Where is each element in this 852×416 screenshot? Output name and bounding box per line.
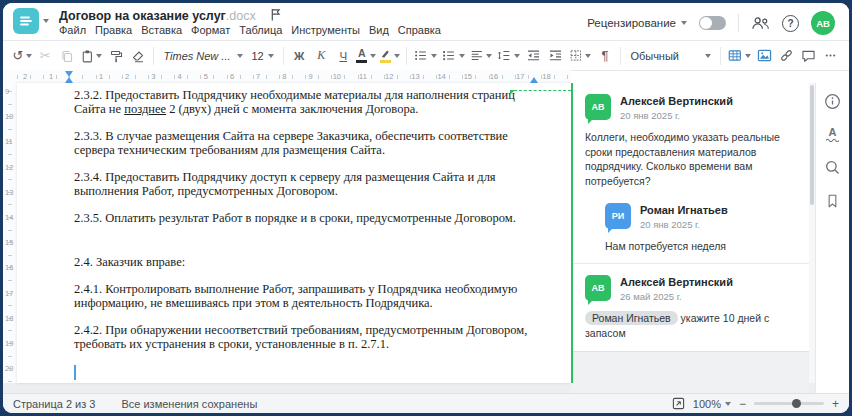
hruler-number: 2 (125, 72, 129, 81)
hruler-number: 17 (516, 72, 524, 81)
flag-icon[interactable] (270, 8, 281, 24)
vruler-number: 20 (5, 364, 13, 373)
hruler-number: 14 (437, 72, 445, 81)
paragraph[interactable]: 2.4.2. При обнаружении несоответствий тр… (74, 324, 549, 351)
decrease-indent-button[interactable] (523, 44, 544, 67)
comment-card[interactable]: АВАлексей Вертинский26 май 2025 г.Роман … (573, 264, 809, 350)
page-indicator[interactable]: Страница 2 из 3 (13, 398, 95, 410)
spellcheck-icon[interactable]: А (826, 127, 839, 142)
collaboration-users-icon[interactable] (751, 16, 770, 30)
logo-menu-caret-icon[interactable] (43, 19, 49, 23)
toggle-knob (700, 17, 712, 29)
comment-card[interactable]: АВАлексей Вертинский20 янв 2025 г.Коллег… (573, 83, 809, 199)
hruler-number: 1 (49, 72, 53, 81)
mention-pill[interactable]: Роман Игнатьев (585, 311, 678, 325)
insert-link-button[interactable] (776, 44, 797, 67)
fit-page-icon[interactable] (672, 397, 685, 410)
line-spacing-button[interactable] (495, 44, 522, 67)
hruler-number: 9 (309, 72, 313, 81)
menu-item-0[interactable]: Файл (59, 24, 86, 36)
zoom-in-button[interactable]: + (832, 397, 839, 411)
paragraph[interactable]: 2.3.5. Оплатить результат Работ в порядк… (74, 212, 549, 226)
paragraph-style-combobox[interactable]: Обычный (626, 44, 715, 67)
comment-text: Нам потребуется неделя (605, 239, 797, 254)
comment-anchor-line (514, 90, 571, 91)
more-tools-button[interactable] (820, 44, 841, 67)
text-segment: позднее (124, 102, 166, 116)
increase-indent-button[interactable] (545, 44, 566, 67)
italic-button[interactable]: К (311, 44, 332, 67)
vruler-number: 17 (5, 289, 13, 298)
vertical-ruler[interactable]: 91011121314151617181920 (3, 83, 17, 383)
menu-bar: ФайлПравкаВставкаФорматТаблицаИнструмент… (59, 24, 441, 36)
chevron-down-icon (459, 54, 465, 58)
document-info-icon[interactable] (824, 93, 841, 110)
menu-item-3[interactable]: Формат (191, 24, 230, 36)
insert-image-button[interactable] (754, 44, 775, 67)
paragraph[interactable]: 2.3.3. В случае размещения Сайта на серв… (74, 130, 549, 157)
zoom-level-dropdown[interactable]: 100% (693, 398, 731, 410)
menu-item-1[interactable]: Правка (95, 24, 132, 36)
copy-button[interactable] (57, 44, 78, 67)
text-segment: 2 (двух) дней с момента заключения Догов… (166, 102, 418, 116)
font-size-combobox[interactable]: 12 (248, 44, 278, 67)
align-button[interactable] (468, 44, 495, 67)
undo-button[interactable]: ↺ (11, 44, 34, 67)
user-avatar[interactable]: АВ (811, 11, 835, 35)
help-icon[interactable]: ? (782, 15, 799, 32)
chevron-down-icon (745, 54, 751, 58)
bullet-list-button[interactable] (412, 44, 439, 67)
chevron-down-icon (268, 54, 274, 58)
text-segment: 2.4. Заказчик вправе: (74, 255, 185, 269)
menu-item-6[interactable]: Вид (369, 24, 389, 36)
paragraph-borders-button[interactable] (567, 44, 594, 67)
paragraph[interactable]: 2.4.1. Контролировать выполнение Работ, … (74, 283, 549, 310)
numbered-list-button[interactable] (440, 44, 467, 67)
chevron-down-icon (394, 54, 400, 58)
chevron-down-icon (681, 21, 687, 25)
format-painter-button[interactable] (105, 44, 126, 67)
nonprinting-chars-button[interactable]: ¶ (594, 44, 615, 67)
insert-table-button[interactable] (726, 44, 753, 67)
paragraph[interactable]: 2.4. Заказчик вправе: (74, 256, 549, 270)
horizontal-ruler[interactable]: 21123456789101112131415161718 (3, 70, 571, 83)
bold-button[interactable]: Ж (289, 44, 310, 67)
numbered-list-icon (442, 49, 456, 62)
paragraph[interactable]: 2.3.2. Предоставить Подрядчику необходим… (74, 89, 549, 116)
document-page[interactable]: 2.3.2. Предоставить Подрядчику необходим… (17, 83, 571, 383)
table-icon (728, 49, 742, 62)
underline-button[interactable]: Ч (333, 44, 354, 67)
zoom-out-button[interactable]: − (739, 397, 746, 411)
menu-item-7[interactable]: Справка (398, 24, 441, 36)
font-color-button[interactable]: А (355, 44, 378, 67)
zoom-slider-knob[interactable] (792, 399, 801, 408)
document-lines-icon (17, 12, 35, 30)
clear-formatting-button[interactable] (127, 44, 148, 67)
vruler-number: 15 (5, 238, 13, 247)
scrollbar-thumb[interactable] (810, 85, 814, 205)
insert-comment-button[interactable] (798, 44, 819, 67)
menu-item-2[interactable]: Вставка (141, 24, 182, 36)
align-left-icon (470, 49, 484, 62)
paste-button[interactable] (79, 44, 105, 67)
hruler-number: 1 (99, 72, 103, 81)
comment-icon (801, 49, 816, 62)
review-mode-dropdown[interactable]: Рецензирование (587, 17, 687, 29)
paragraph[interactable]: 2.3.4. Предоставить Подрядчику доступ к … (74, 171, 549, 198)
chevron-down-icon (26, 54, 32, 58)
hruler-number: 13 (411, 72, 419, 81)
hruler-number: 2 (23, 72, 27, 81)
font-name-combobox[interactable]: Times New ... (159, 44, 246, 67)
cut-button[interactable]: ✂ (35, 44, 56, 67)
comment-avatar: РИ (605, 203, 631, 229)
bookmark-icon[interactable] (825, 193, 840, 209)
search-icon[interactable] (824, 159, 841, 176)
menu-item-4[interactable]: Таблица (239, 24, 282, 36)
highlight-color-button[interactable] (379, 44, 402, 67)
app-logo-icon[interactable] (13, 8, 39, 34)
zoom-slider[interactable] (754, 402, 824, 405)
divider (620, 47, 621, 65)
review-toggle[interactable] (699, 16, 726, 30)
menu-item-5[interactable]: Инструменты (291, 24, 360, 36)
comment-card[interactable]: РИРоман Игнатьев20 янв 2025 г.Нам потреб… (573, 199, 809, 264)
